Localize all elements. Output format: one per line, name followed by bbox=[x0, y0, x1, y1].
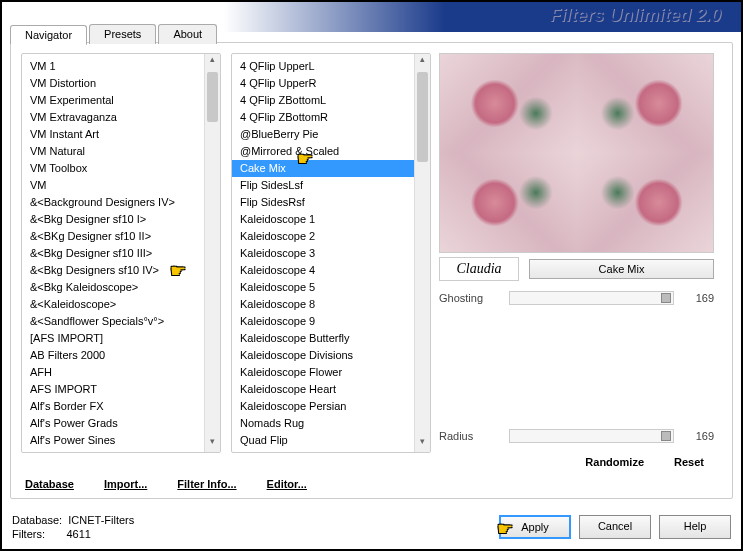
slider-track[interactable] bbox=[509, 429, 674, 443]
scroll-thumb[interactable] bbox=[207, 72, 218, 122]
list-item[interactable]: Kaleidoscope 8 bbox=[232, 296, 430, 313]
db-value: ICNET-Filters bbox=[68, 514, 134, 526]
list-item[interactable]: &<Kaleidoscope> bbox=[22, 296, 220, 313]
list-item[interactable]: Alf's Power Grads bbox=[22, 415, 220, 432]
apply-button[interactable]: Apply bbox=[499, 515, 571, 539]
slider-radius: Radius 169 bbox=[439, 429, 714, 443]
list-item[interactable]: VM Toolbox bbox=[22, 160, 220, 177]
list-item[interactable]: 4 QFlip UpperR bbox=[232, 75, 430, 92]
list-item[interactable]: &<BKg Designer sf10 II> bbox=[22, 228, 220, 245]
list-item[interactable]: Alf's Power Sines bbox=[22, 432, 220, 449]
list-item[interactable]: Nomads Rug bbox=[232, 415, 430, 432]
list-item[interactable]: AB Filters 2000 bbox=[22, 347, 220, 364]
list-item[interactable]: 4 QFlip ZBottomR bbox=[232, 109, 430, 126]
filters-label: Filters: bbox=[12, 528, 45, 540]
slider-area: Ghosting 169 Radius 169 bbox=[439, 291, 714, 452]
filters-value: 4611 bbox=[66, 528, 90, 540]
list-item[interactable]: Radial Mirror bbox=[232, 449, 430, 453]
scrollbar[interactable] bbox=[414, 54, 430, 452]
list-item[interactable]: Flip SidesRsf bbox=[232, 194, 430, 211]
link-bar: Database Import... Filter Info... Editor… bbox=[25, 478, 718, 490]
list-item[interactable]: Cake Mix bbox=[232, 160, 430, 177]
list-item[interactable]: AFS IMPORT bbox=[22, 381, 220, 398]
slider-value: 169 bbox=[684, 430, 714, 442]
list-item[interactable]: &<Sandflower Specials°v°> bbox=[22, 313, 220, 330]
list-item[interactable]: 4 QFlip UpperL bbox=[232, 58, 430, 75]
list-item[interactable]: Kaleidoscope Flower bbox=[232, 364, 430, 381]
list-item[interactable]: Quad Flip bbox=[232, 432, 430, 449]
right-panel: Claudia Cake Mix Ghosting 169 Radius 169… bbox=[431, 53, 722, 468]
help-button[interactable]: Help bbox=[659, 515, 731, 539]
slider-ghosting: Ghosting 169 bbox=[439, 291, 714, 305]
list-item[interactable]: VM bbox=[22, 177, 220, 194]
list-item[interactable]: @Mirrored & Scaled bbox=[232, 143, 430, 160]
list-item[interactable]: [AFS IMPORT] bbox=[22, 330, 220, 347]
list-item[interactable]: @BlueBerry Pie bbox=[232, 126, 430, 143]
list-item[interactable]: Kaleidoscope Butterfly bbox=[232, 330, 430, 347]
category-list[interactable]: VM 1VM DistortionVM ExperimentalVM Extra… bbox=[21, 53, 221, 453]
watermark-logo: Claudia bbox=[439, 257, 519, 281]
slider-label: Radius bbox=[439, 430, 499, 442]
list-item[interactable]: Alf's Border FX bbox=[22, 398, 220, 415]
list-item[interactable]: &<Bkg Kaleidoscope> bbox=[22, 279, 220, 296]
db-label: Database: bbox=[12, 514, 62, 526]
import-link[interactable]: Import... bbox=[104, 478, 147, 490]
list-item[interactable]: VM Natural bbox=[22, 143, 220, 160]
list-item[interactable]: Kaleidoscope 4 bbox=[232, 262, 430, 279]
filter-list[interactable]: 4 QFlip UpperL4 QFlip UpperR4 QFlip ZBot… bbox=[231, 53, 431, 453]
list-item[interactable]: Alf's Power Toys bbox=[22, 449, 220, 453]
cancel-button[interactable]: Cancel bbox=[579, 515, 651, 539]
status-bar: Database: ICNET-Filters Filters: 4611 bbox=[12, 513, 134, 541]
list-item[interactable]: Kaleidoscope Heart bbox=[232, 381, 430, 398]
list-item[interactable]: VM Instant Art bbox=[22, 126, 220, 143]
list-item[interactable]: &<Bkg Designers sf10 IV> bbox=[22, 262, 220, 279]
slider-thumb[interactable] bbox=[661, 293, 671, 303]
list-item[interactable]: AFH bbox=[22, 364, 220, 381]
app-title: Filters Unlimited 2.0 bbox=[550, 5, 721, 26]
list-item[interactable]: &<Bkg Designer sf10 III> bbox=[22, 245, 220, 262]
main-panel: VM 1VM DistortionVM ExperimentalVM Extra… bbox=[10, 42, 733, 499]
slider-label: Ghosting bbox=[439, 292, 499, 304]
filter-name-display: Cake Mix bbox=[529, 259, 714, 279]
list-item[interactable]: 4 QFlip ZBottomL bbox=[232, 92, 430, 109]
list-item[interactable]: Flip SidesLsf bbox=[232, 177, 430, 194]
preview-image bbox=[439, 53, 714, 253]
list-item[interactable]: VM Extravaganza bbox=[22, 109, 220, 126]
slider-value: 169 bbox=[684, 292, 714, 304]
list-item[interactable]: VM 1 bbox=[22, 58, 220, 75]
list-item[interactable]: VM Experimental bbox=[22, 92, 220, 109]
button-bar: Apply Cancel Help bbox=[499, 515, 731, 539]
list-item[interactable]: Kaleidoscope 3 bbox=[232, 245, 430, 262]
slider-track[interactable] bbox=[509, 291, 674, 305]
list-item[interactable]: Kaleidoscope Persian bbox=[232, 398, 430, 415]
tab-presets[interactable]: Presets bbox=[89, 24, 156, 44]
filter-info-link[interactable]: Filter Info... bbox=[177, 478, 236, 490]
scroll-thumb[interactable] bbox=[417, 72, 428, 162]
randomize-button[interactable]: Randomize bbox=[585, 456, 644, 468]
reset-button[interactable]: Reset bbox=[674, 456, 704, 468]
list-item[interactable]: Kaleidoscope 1 bbox=[232, 211, 430, 228]
list-item[interactable]: Kaleidoscope 5 bbox=[232, 279, 430, 296]
editor-link[interactable]: Editor... bbox=[267, 478, 307, 490]
database-link[interactable]: Database bbox=[25, 478, 74, 490]
tab-bar: Navigator Presets About bbox=[10, 24, 219, 44]
slider-thumb[interactable] bbox=[661, 431, 671, 441]
list-item[interactable]: Kaleidoscope Divisions bbox=[232, 347, 430, 364]
scrollbar[interactable] bbox=[204, 54, 220, 452]
list-item[interactable]: &<Background Designers IV> bbox=[22, 194, 220, 211]
list-item[interactable]: VM Distortion bbox=[22, 75, 220, 92]
list-item[interactable]: &<Bkg Designer sf10 I> bbox=[22, 211, 220, 228]
list-item[interactable]: Kaleidoscope 2 bbox=[232, 228, 430, 245]
list-item[interactable]: Kaleidoscope 9 bbox=[232, 313, 430, 330]
tab-about[interactable]: About bbox=[158, 24, 217, 44]
tab-navigator[interactable]: Navigator bbox=[10, 25, 87, 45]
